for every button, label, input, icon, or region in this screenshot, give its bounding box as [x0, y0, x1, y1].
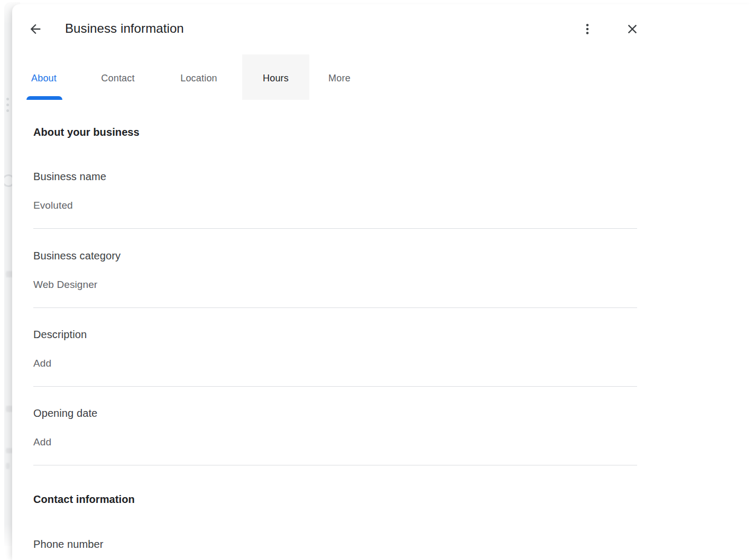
background-menu-dots-icon: [6, 104, 9, 106]
more-options-button[interactable]: [576, 17, 599, 41]
tab-about-label: About: [31, 73, 57, 84]
field-label: Opening date: [33, 407, 97, 419]
tab-hours[interactable]: Hours: [242, 54, 309, 100]
tab-more-label: More: [328, 73, 351, 84]
close-button[interactable]: [621, 17, 644, 41]
field-value: Add: [33, 357, 51, 369]
section-heading-contact: Contact information: [33, 493, 135, 506]
background-text-fragment: [6, 463, 10, 469]
field-label: Description: [33, 328, 87, 341]
tab-bar: About Contact Location Hours More: [12, 54, 755, 100]
background-menu-dots-icon: [6, 109, 9, 112]
business-information-dialog: Business information About Contact Locat…: [12, 4, 755, 560]
field-phone-number[interactable]: Phone number: [33, 527, 637, 560]
page-title: Business information: [65, 21, 184, 36]
section-heading-about: About your business: [33, 126, 140, 138]
tab-about[interactable]: About: [20, 54, 68, 100]
field-label: Business name: [33, 170, 106, 183]
tab-location[interactable]: Location: [164, 54, 233, 100]
active-tab-indicator: [26, 96, 62, 100]
field-business-name[interactable]: Business name Evoluted: [33, 160, 637, 229]
three-dot-menu-icon: [581, 22, 594, 36]
field-value: Evoluted: [33, 199, 73, 211]
field-description[interactable]: Description Add: [33, 308, 637, 387]
field-business-category[interactable]: Business category Web Designer: [33, 229, 637, 308]
field-value: Add: [33, 436, 51, 448]
arrow-left-icon: [28, 22, 43, 36]
back-button[interactable]: [24, 17, 47, 41]
tab-hours-label: Hours: [263, 73, 289, 84]
tab-contact[interactable]: Contact: [86, 54, 150, 100]
close-icon: [625, 22, 640, 36]
tab-location-label: Location: [180, 73, 217, 84]
field-label: Business category: [33, 249, 121, 262]
field-value: Web Designer: [33, 278, 97, 291]
tab-contact-label: Contact: [101, 73, 134, 84]
background-menu-dots-icon: [6, 98, 9, 100]
tab-more[interactable]: More: [310, 54, 369, 100]
field-opening-date[interactable]: Opening date Add: [33, 387, 637, 465]
field-label: Phone number: [33, 538, 103, 550]
